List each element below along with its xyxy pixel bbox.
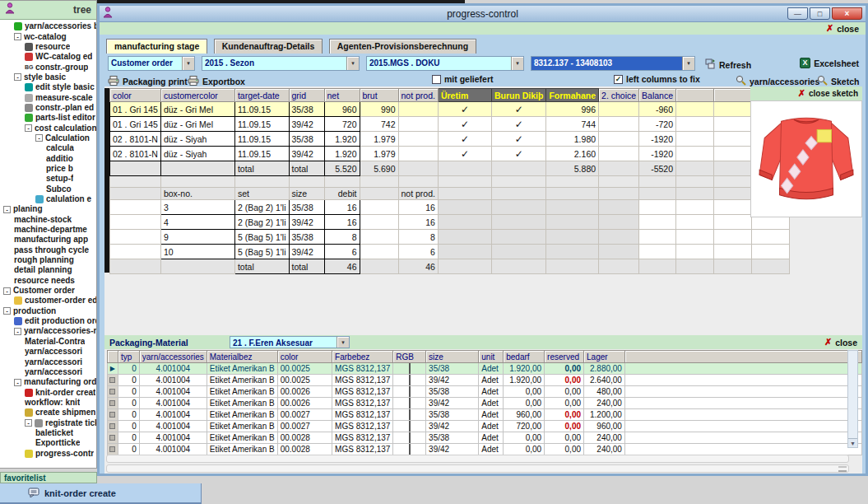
cell-balance[interactable]: -1920 — [639, 147, 676, 161]
cell-total[interactable] — [599, 161, 639, 176]
cell-empty[interactable] — [546, 230, 599, 245]
cell-customercolor[interactable]: düz - Gri Mel — [160, 102, 234, 117]
cell-materialbez[interactable]: Etiket Amerikan B — [207, 432, 277, 444]
cell-uretim-check[interactable]: ✓ — [438, 117, 491, 132]
cell-box-total[interactable] — [676, 259, 714, 274]
cell-yarn-accessories[interactable]: 4.001004 — [139, 432, 207, 444]
pack-column-header-yarn-accessories[interactable]: yarn/accessories — [139, 351, 207, 363]
cell-yarn-accessories[interactable]: 4.001004 — [139, 444, 207, 455]
vertical-scrollbar[interactable]: ▼ — [847, 350, 858, 448]
cell-total[interactable]: 5.520 — [324, 161, 360, 176]
cell-reserved[interactable]: 0,00 — [545, 386, 584, 398]
tree-item-yarn-accessori[interactable]: yarn/accessori — [0, 357, 96, 366]
cell-debit[interactable]: 16 — [324, 200, 360, 215]
cell-spacer[interactable] — [398, 176, 438, 188]
cell-formahane[interactable]: 1.980 — [546, 132, 599, 147]
cell-lager[interactable]: 480,00 — [584, 386, 625, 398]
cell-empty[interactable] — [624, 421, 861, 432]
cell-uretim-check[interactable]: ✓ — [438, 147, 491, 161]
chevron-down-icon[interactable]: ▾ — [182, 57, 194, 70]
tab-manufacturing-stage[interactable]: manufacturing stage — [106, 39, 207, 54]
cell-size[interactable]: 39/42 — [426, 421, 479, 432]
pack-grid-row[interactable]: 04.001004Etiket Amerikan B00.0026MGS 831… — [108, 386, 862, 398]
grid-row[interactable] — [110, 176, 790, 188]
pack-column-header-typ[interactable]: typ — [118, 351, 139, 363]
box-column-header[interactable]: box-no. — [160, 188, 234, 200]
column-header-not-prod-[interactable]: not prod. — [398, 89, 438, 102]
cell-balance[interactable]: -1920 — [639, 132, 676, 147]
pack-row-selector[interactable]: ▶ — [108, 363, 118, 375]
tree-item-wc-catalog-ed[interactable]: WC-catalog ed — [0, 52, 96, 62]
cell-empty[interactable] — [624, 386, 861, 398]
cell-bedarf[interactable]: 0,00 — [504, 386, 545, 398]
tree-item-exportticke[interactable]: Exportticke — [0, 438, 96, 448]
cell-not-prod[interactable]: 16 — [398, 215, 438, 230]
cell-customercolor[interactable]: düz - Gri Mel — [160, 117, 234, 132]
pack-column-header-farbebez[interactable]: Farbebez — [332, 351, 393, 363]
cell-2-choice[interactable] — [599, 147, 639, 161]
tree-item-progress-contr[interactable]: progress-contr — [0, 448, 96, 458]
cell-materialbez[interactable]: Etiket Amerikan B — [207, 386, 277, 398]
cell-total[interactable]: 5.880 — [546, 161, 599, 176]
cell-empty[interactable] — [714, 102, 752, 117]
cell-formahane[interactable]: 744 — [546, 117, 599, 132]
cell-spacer[interactable] — [289, 176, 324, 188]
cell-reserved[interactable]: 0,00 — [545, 421, 584, 432]
tree-item-edit-style-basic[interactable]: edit style basic — [0, 82, 96, 92]
cell-total[interactable] — [438, 161, 491, 176]
cell-empty[interactable] — [624, 398, 861, 409]
cell-customercolor[interactable]: düz - Siyah — [160, 132, 234, 147]
tree-item-constr-plan-ed[interactable]: constr.-plan ed — [0, 103, 96, 113]
pack-grid-row[interactable]: 04.001004Etiket Amerikan B00.0028MGS 831… — [108, 432, 862, 444]
cell-lager[interactable]: 2.880,00 — [584, 363, 625, 375]
cell-rgb[interactable] — [393, 432, 426, 444]
cell-empty[interactable] — [110, 245, 161, 259]
cell-box-total[interactable] — [110, 259, 161, 274]
cell-2-choice[interactable] — [599, 132, 639, 147]
cell-color[interactable]: 01 . Gri 145 — [110, 117, 161, 132]
column-header--retim[interactable]: Üretim — [438, 89, 491, 102]
expand-minus-icon[interactable]: - — [25, 124, 32, 132]
cell-empty[interactable] — [639, 215, 676, 230]
cell-box-total[interactable] — [639, 259, 676, 274]
grid-row[interactable]: 01 . Gri 145düz - Gri Mel11.09.1539/4272… — [110, 117, 790, 132]
cell-empty[interactable] — [438, 230, 491, 245]
refresh-button[interactable]: Refresh — [705, 58, 751, 72]
cell-net[interactable]: 1.920 — [324, 132, 360, 147]
cell-color[interactable]: 02 . 8101-N — [110, 147, 161, 161]
pack-column-header-reserved[interactable]: reserved — [545, 351, 584, 363]
tree-item-calcula[interactable]: calcula — [0, 143, 96, 153]
cell-debit[interactable]: 6 — [324, 245, 360, 259]
grid-row[interactable]: 02 . 8101-Ndüz - Siyah11.09.1539/421.920… — [110, 147, 790, 161]
cell-color[interactable]: 00.0025 — [277, 375, 332, 386]
cell-size[interactable]: 39/42 — [426, 444, 479, 455]
chevron-down-icon[interactable]: ▾ — [682, 57, 694, 70]
excelsheet-button[interactable]: X Excelsheet — [800, 58, 859, 68]
cell-uretim-check[interactable]: ✓ — [438, 132, 491, 147]
cell-debit[interactable]: 16 — [324, 215, 360, 230]
cell-empty[interactable] — [491, 215, 546, 230]
cell-lager[interactable]: 2.640,00 — [584, 375, 625, 386]
grid-row[interactable]: 02 . 8101-Ndüz - Siyah11.09.1535/381.920… — [110, 132, 790, 147]
cell-empty[interactable] — [714, 147, 752, 161]
cell-rgb[interactable] — [393, 398, 426, 409]
cell-spacer[interactable] — [234, 176, 289, 188]
cell-empty[interactable] — [491, 230, 546, 245]
cell-typ[interactable]: 0 — [118, 386, 139, 398]
expand-minus-icon[interactable]: - — [14, 33, 21, 40]
tree-item-calulation-e[interactable]: calulation e — [0, 194, 96, 204]
cell-empty[interactable] — [546, 200, 599, 215]
grid-row[interactable]: colorcustomercolortarget-dategridnetbrut… — [110, 89, 790, 102]
cell-empty[interactable] — [624, 444, 861, 455]
cell-color[interactable]: 00.0025 — [277, 363, 332, 375]
cell-lager[interactable]: 960,00 — [584, 421, 625, 432]
pack-row-selector[interactable] — [108, 398, 118, 409]
cell-brut[interactable]: 1.979 — [360, 147, 398, 161]
column-header-target-date[interactable]: target-date — [234, 89, 289, 102]
tree-item-production[interactable]: -production — [0, 306, 96, 316]
cell-typ[interactable]: 0 — [118, 375, 139, 386]
cell-typ[interactable]: 0 — [118, 421, 139, 432]
tree-item-manufacturing-orde[interactable]: -manufacturing orde — [0, 377, 96, 387]
doku-combobox[interactable]: 2015.MGS . DOKU ▾ — [366, 56, 524, 71]
cell-lager[interactable]: 240,00 — [584, 444, 625, 455]
